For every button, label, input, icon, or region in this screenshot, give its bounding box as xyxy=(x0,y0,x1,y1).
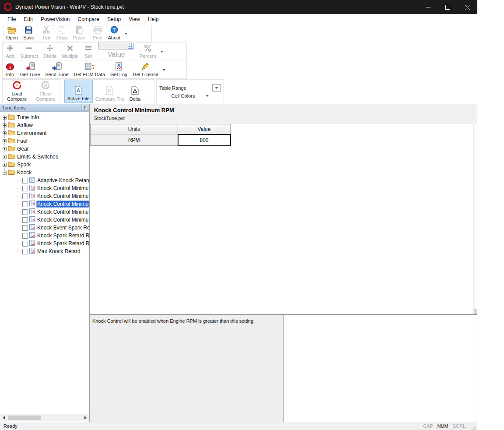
about-dropdown-arrow[interactable] xyxy=(123,25,129,42)
table-icon: 10 xyxy=(29,208,35,215)
close-compare-button[interactable]: Close Compare xyxy=(32,80,60,103)
menu-compare[interactable]: Compare xyxy=(74,15,103,24)
set-button[interactable]: Set xyxy=(81,43,96,60)
checkbox[interactable] xyxy=(22,249,28,254)
menu-setup[interactable]: Setup xyxy=(103,15,125,24)
menu-powervision[interactable]: PowerVision xyxy=(37,15,74,24)
tree-folder-airflow[interactable]: Airflow xyxy=(0,121,89,129)
send-tune-button[interactable]: Send Tune xyxy=(42,61,71,78)
expand-plus-icon[interactable] xyxy=(3,147,7,151)
expand-plus-icon[interactable] xyxy=(3,163,7,167)
add-plus-icon xyxy=(6,44,14,52)
set-equals-icon xyxy=(84,44,92,52)
tree-folder-knock[interactable]: Knock xyxy=(0,169,89,176)
scroll-left-arrow[interactable] xyxy=(0,414,7,422)
tree-item-knock-control-minimum-2[interactable]: 10 Knock Control Minimur xyxy=(0,192,89,200)
tree-item-knock-control-minimum-5[interactable]: 10 Knock Control Minimur xyxy=(0,216,89,224)
close-button[interactable] xyxy=(458,0,477,14)
menu-edit[interactable]: Edit xyxy=(20,15,37,24)
window-title: Dynojet Power Vision - WinPV - StockTune… xyxy=(15,4,124,10)
pin-icon[interactable] xyxy=(81,105,88,111)
cut-button[interactable]: Cut xyxy=(39,25,54,42)
menu-view[interactable]: View xyxy=(125,15,144,24)
percent-button[interactable]: Percent xyxy=(137,43,159,60)
tree-item-max-knock-retard[interactable]: 10 Max Knock Retard xyxy=(0,247,89,255)
divide-button[interactable]: Divide xyxy=(41,43,60,60)
open-button[interactable]: Open xyxy=(4,25,21,42)
add-button[interactable]: Add xyxy=(3,43,18,60)
horizontal-scrollbar[interactable] xyxy=(0,414,89,421)
checkbox[interactable] xyxy=(22,178,28,183)
close-compare-icon xyxy=(41,81,50,90)
checkbox[interactable] xyxy=(22,233,28,239)
cell-colors-button[interactable]: Cell Colors xyxy=(172,93,195,99)
paste-button[interactable]: Paste xyxy=(70,25,88,42)
get-license-button[interactable]: Get License xyxy=(130,61,161,78)
tree-folder-environment[interactable]: Environment xyxy=(0,129,89,137)
tree-item-knock-event-spark-retard[interactable]: 10 Knock Event Spark Retar xyxy=(0,224,89,232)
maximize-button[interactable] xyxy=(438,0,458,14)
tree-item-adaptive-knock-retard[interactable]: Adaptive Knock Retard xyxy=(0,176,89,184)
get-log-button[interactable]: A Get Log xyxy=(108,61,130,78)
about-help-icon: ? xyxy=(110,26,118,34)
info-button[interactable]: i Info xyxy=(3,61,18,78)
menu-help[interactable]: Help xyxy=(144,15,163,24)
subtract-minus-icon xyxy=(25,44,33,52)
expand-plus-icon[interactable] xyxy=(3,123,7,127)
checkbox[interactable] xyxy=(22,217,28,223)
expand-plus-icon[interactable] xyxy=(3,155,7,159)
value-input[interactable] xyxy=(99,42,127,49)
about-button[interactable]: ? About xyxy=(105,25,123,42)
vertical-scroll-gutter[interactable] xyxy=(473,124,477,314)
tree-folder-tune-info[interactable]: Tune Info xyxy=(0,113,89,121)
tree-item-knock-control-minimum-selected[interactable]: 10 Knock Control Minimur xyxy=(0,200,89,208)
collapse-minus-icon[interactable] xyxy=(3,171,7,175)
get-ecm-data-button[interactable]: ? Get ECM Data xyxy=(71,61,108,78)
svg-text:10: 10 xyxy=(32,195,35,198)
delta-button[interactable]: Delta xyxy=(127,80,144,103)
save-button[interactable]: Save xyxy=(21,25,37,42)
subtract-button[interactable]: Subtract xyxy=(18,43,41,60)
value-grid-icon[interactable] xyxy=(127,42,134,49)
tree-item-knock-control-minimum-4[interactable]: 10 Knock Control Minimur xyxy=(0,208,89,216)
copy-button[interactable]: Copy xyxy=(54,25,70,42)
menu-file[interactable]: File xyxy=(4,15,20,24)
checkbox[interactable] xyxy=(22,225,28,231)
table-range-combo[interactable] xyxy=(212,84,221,92)
tree-item-knock-control-minimum-1[interactable]: 10 Knock Control Minimur xyxy=(0,184,89,192)
expand-plus-icon[interactable] xyxy=(3,116,7,120)
tree-item-knock-spark-retard-1[interactable]: 10 Knock Spark Retard Ren xyxy=(0,232,89,240)
value-label: Value xyxy=(108,51,125,59)
active-file-button[interactable]: A Active File xyxy=(64,80,93,103)
minimize-button[interactable] xyxy=(418,0,438,14)
expand-plus-icon[interactable] xyxy=(3,131,7,135)
svg-text:10: 10 xyxy=(32,219,35,222)
checkbox[interactable] xyxy=(22,209,28,215)
print-button[interactable]: Print xyxy=(90,25,105,42)
get-tune-button[interactable]: Get Tune xyxy=(18,61,42,78)
multiply-button[interactable]: Multiply xyxy=(60,43,81,60)
scrollbar-thumb[interactable] xyxy=(8,416,41,420)
checkbox[interactable] xyxy=(22,241,28,247)
tree-folder-fuel[interactable]: Fuel xyxy=(0,137,89,145)
tree-folder-limits-switches[interactable]: Limits & Switches xyxy=(0,153,89,161)
compare-file-button[interactable]: C Compare File xyxy=(93,80,127,103)
cell-colors-dropdown-arrow[interactable] xyxy=(206,95,209,97)
checkbox[interactable] xyxy=(22,201,28,207)
expand-plus-icon[interactable] xyxy=(3,139,7,143)
value-cell[interactable]: 800 xyxy=(178,134,231,146)
get-license-dropdown-arrow[interactable] xyxy=(161,61,167,78)
print-icon xyxy=(93,26,102,34)
tree-folder-spark[interactable]: Spark xyxy=(0,161,89,169)
page-title: Knock Control Minimum RPM xyxy=(94,107,472,113)
resize-grip[interactable] xyxy=(471,424,476,430)
checkbox[interactable] xyxy=(22,186,28,191)
tree-folder-gear[interactable]: Gear xyxy=(0,145,89,153)
scroll-right-arrow[interactable] xyxy=(82,414,89,422)
main-panel: Knock Control Minimum RPM StockTune.pvt … xyxy=(90,104,477,422)
load-compare-button[interactable]: Load Compare xyxy=(3,80,32,103)
tree-item-knock-spark-retard-2[interactable]: 10 Knock Spark Retard Ren xyxy=(0,240,89,247)
checkbox[interactable] xyxy=(22,194,28,199)
percent-dropdown-arrow[interactable] xyxy=(159,43,165,60)
tune-items-title: Tune Items xyxy=(2,105,81,110)
